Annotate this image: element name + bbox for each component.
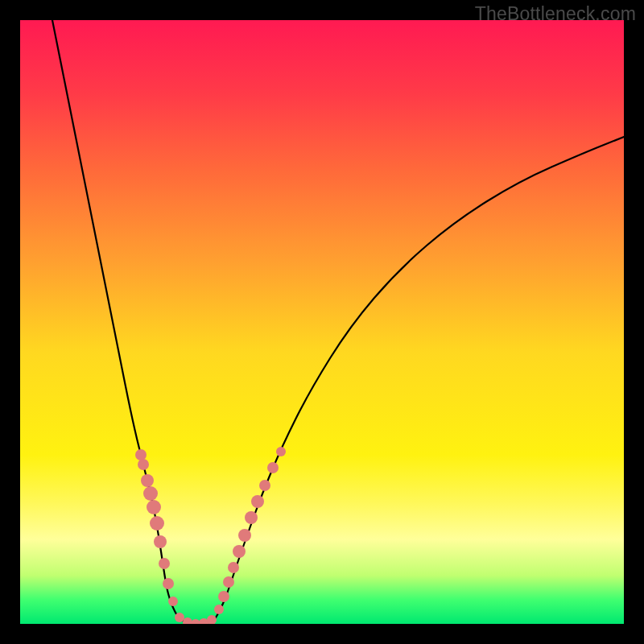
bead-point bbox=[233, 545, 246, 558]
chart-svg bbox=[20, 20, 624, 624]
bead-point bbox=[276, 447, 286, 456]
bead-point bbox=[141, 474, 154, 487]
bead-point bbox=[218, 591, 229, 602]
bead-point bbox=[207, 615, 217, 624]
bead-point bbox=[223, 576, 234, 588]
bead-point bbox=[267, 462, 279, 473]
bead-point bbox=[214, 605, 224, 614]
bead-point bbox=[159, 558, 170, 569]
bead-point bbox=[150, 516, 164, 530]
bead-point bbox=[163, 578, 174, 589]
chart-frame bbox=[20, 20, 624, 624]
bead-point bbox=[259, 480, 270, 491]
bead-point bbox=[168, 597, 178, 606]
bead-point bbox=[228, 562, 239, 573]
bead-point bbox=[143, 486, 158, 501]
bead-point bbox=[154, 535, 167, 548]
bead-point bbox=[175, 613, 184, 622]
bead-point bbox=[251, 495, 264, 508]
bead-point bbox=[135, 449, 147, 460]
curve-right bbox=[215, 137, 624, 619]
bead-point bbox=[245, 511, 258, 524]
bead-point bbox=[147, 500, 161, 514]
bead-point bbox=[238, 529, 251, 542]
bead-point bbox=[138, 459, 149, 470]
watermark-text: TheBottleneck.com bbox=[475, 3, 636, 25]
